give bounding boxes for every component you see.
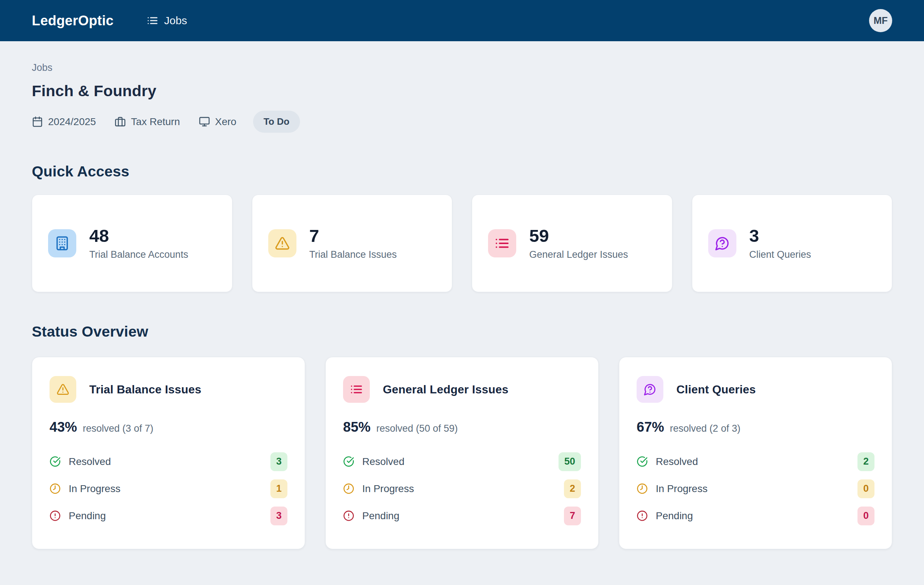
list-icon	[488, 229, 516, 258]
in-progress-count-badge: 2	[564, 479, 581, 498]
status-row-resolved: Resolved 50	[343, 448, 581, 475]
status-row-label: Resolved	[69, 456, 111, 468]
card-label: General Ledger Issues	[529, 249, 628, 260]
card-value: 59	[529, 226, 628, 246]
list-icon	[147, 15, 158, 26]
check-circle-icon	[50, 456, 61, 467]
nav-item-jobs[interactable]: Jobs	[147, 15, 187, 27]
page-title: Finch & Foundry	[32, 82, 892, 100]
list-icon	[343, 376, 370, 403]
card-label: Trial Balance Issues	[309, 249, 397, 260]
status-row-label: In Progress	[656, 483, 708, 495]
chat-question-icon	[708, 229, 736, 258]
status-row-in-progress: In Progress 1	[50, 475, 287, 502]
alert-circle-icon	[637, 510, 648, 521]
status-row-label: In Progress	[362, 483, 414, 495]
status-card-title: General Ledger Issues	[383, 383, 508, 396]
resolved-count-badge: 2	[858, 452, 874, 471]
page-content: Jobs Finch & Foundry 2024/2025 Tax Retur…	[0, 62, 924, 549]
clock-icon	[343, 483, 354, 494]
quick-access-card-trial-balance-issues[interactable]: 7 Trial Balance Issues	[252, 195, 453, 292]
warning-triangle-icon	[268, 229, 297, 258]
pending-count-badge: 7	[564, 507, 581, 526]
job-year-label: 2024/2025	[48, 116, 96, 127]
job-type: Tax Return	[115, 116, 180, 127]
in-progress-count-badge: 1	[271, 479, 287, 498]
check-circle-icon	[637, 456, 648, 467]
card-label: Trial Balance Accounts	[89, 249, 188, 260]
app-header: LedgerOptic Jobs MF	[0, 0, 924, 41]
status-card-client-queries: Client Queries 67% resolved (2 of 3) Res…	[619, 357, 892, 549]
building-icon	[48, 229, 76, 258]
status-badge: To Do	[253, 111, 300, 133]
chat-question-icon	[637, 376, 663, 403]
nav-item-label: Jobs	[164, 15, 187, 27]
resolved-count-badge: 3	[271, 452, 287, 471]
pending-count-badge: 3	[271, 507, 287, 526]
pending-count-badge: 0	[858, 507, 874, 526]
warning-triangle-icon	[50, 376, 76, 403]
avatar[interactable]: MF	[869, 9, 892, 32]
job-software-label: Xero	[215, 116, 236, 127]
status-row-label: Resolved	[656, 456, 698, 468]
resolved-count-badge: 50	[559, 452, 581, 471]
status-card-general-ledger-issues: General Ledger Issues 85% resolved (50 o…	[325, 357, 599, 549]
job-meta-row: 2024/2025 Tax Return Xero To Do	[32, 111, 892, 133]
alert-circle-icon	[343, 510, 354, 521]
percent-value: 43%	[50, 420, 77, 435]
status-row-pending: Pending 3	[50, 502, 287, 529]
quick-access-heading: Quick Access	[32, 163, 892, 180]
percent-value: 67%	[637, 420, 664, 435]
clock-icon	[637, 483, 648, 494]
briefcase-icon	[115, 116, 126, 127]
status-card-title: Trial Balance Issues	[89, 383, 201, 396]
clock-icon	[50, 483, 61, 494]
status-row-label: Resolved	[362, 456, 404, 468]
status-overview-grid: Trial Balance Issues 43% resolved (3 of …	[32, 357, 892, 549]
status-row-label: Pending	[656, 510, 693, 522]
quick-access-card-general-ledger-issues[interactable]: 59 General Ledger Issues	[472, 195, 672, 292]
status-card-title: Client Queries	[676, 383, 756, 396]
resolved-summary: resolved (2 of 3)	[670, 423, 740, 434]
card-value: 48	[89, 226, 188, 246]
resolved-summary: resolved (50 of 59)	[376, 423, 458, 434]
card-value: 7	[309, 226, 397, 246]
job-year: 2024/2025	[32, 116, 96, 127]
card-label: Client Queries	[749, 249, 811, 260]
status-row-in-progress: In Progress 2	[343, 475, 581, 502]
status-row-in-progress: In Progress 0	[637, 475, 874, 502]
quick-access-card-trial-balance-accounts[interactable]: 48 Trial Balance Accounts	[32, 195, 233, 292]
status-row-label: In Progress	[69, 483, 120, 495]
breadcrumb[interactable]: Jobs	[32, 62, 53, 73]
in-progress-count-badge: 0	[858, 479, 874, 498]
status-card-trial-balance-issues: Trial Balance Issues 43% resolved (3 of …	[32, 357, 305, 549]
status-row-pending: Pending 0	[637, 502, 874, 529]
job-type-label: Tax Return	[131, 116, 180, 127]
status-row-pending: Pending 7	[343, 502, 581, 529]
alert-circle-icon	[50, 510, 61, 521]
card-value: 3	[749, 226, 811, 246]
quick-access-card-client-queries[interactable]: 3 Client Queries	[692, 195, 893, 292]
check-circle-icon	[343, 456, 354, 467]
monitor-icon	[199, 116, 210, 127]
status-row-resolved: Resolved 2	[637, 448, 874, 475]
quick-access-grid: 48 Trial Balance Accounts 7 Trial Balanc…	[32, 195, 892, 292]
percent-value: 85%	[343, 420, 371, 435]
status-row-label: Pending	[69, 510, 106, 522]
status-row-resolved: Resolved 3	[50, 448, 287, 475]
brand-logo: LedgerOptic	[32, 13, 114, 28]
status-row-label: Pending	[362, 510, 399, 522]
job-software: Xero	[199, 116, 236, 127]
calendar-icon	[32, 116, 43, 127]
status-overview-heading: Status Overview	[32, 323, 892, 340]
resolved-summary: resolved (3 of 7)	[83, 423, 153, 434]
